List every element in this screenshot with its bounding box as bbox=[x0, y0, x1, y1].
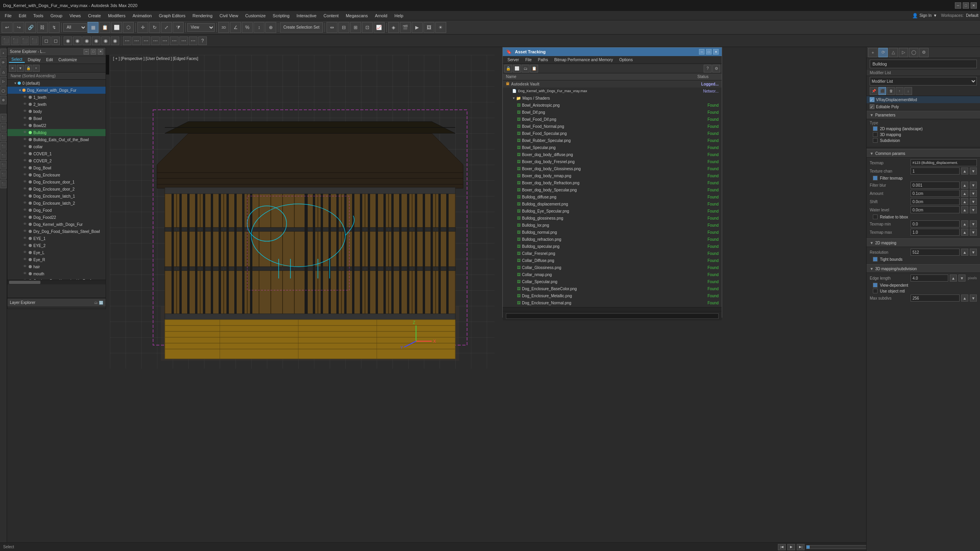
list-item[interactable]: 🏛 Autodesk Vault Logged... bbox=[503, 80, 722, 87]
list-item[interactable]: 👁 1_teeth bbox=[7, 94, 106, 101]
use-axis-constraints-button[interactable]: ⊕ bbox=[265, 22, 276, 33]
se-tb-x[interactable]: ✕ bbox=[9, 65, 16, 72]
list-item[interactable]: 🖼 Bowl_Food_Specular.png Found bbox=[503, 130, 722, 137]
menu-megascans[interactable]: Megascans bbox=[343, 13, 371, 19]
use-object-mtl-check[interactable] bbox=[873, 289, 878, 293]
list-item[interactable]: 👁 Dog_Food22 bbox=[7, 214, 106, 221]
render-setup-button[interactable]: 🎬 bbox=[400, 22, 411, 33]
at-menu-paths[interactable]: Paths bbox=[535, 57, 551, 62]
list-item[interactable]: 🖼 Boxer_dog_body_Fresnel.png Found bbox=[503, 158, 722, 165]
filter-blur-down[interactable]: ▼ bbox=[970, 182, 977, 189]
menu-customize[interactable]: Customize bbox=[242, 13, 269, 19]
list-item[interactable]: 🖼 Bulldog_displacement.png Found bbox=[503, 200, 722, 207]
scene-explorer-list[interactable]: ▼ 0 (default) ▼ Dog_Kernel_with_Dogs_Fur… bbox=[7, 80, 106, 280]
list-item[interactable]: 👁 Bulldog bbox=[7, 129, 106, 136]
menu-rendering[interactable]: Rendering bbox=[190, 13, 216, 19]
scene-explorer-minimize[interactable]: ─ bbox=[84, 49, 89, 55]
sub-btn-19[interactable]: ⋯ bbox=[179, 36, 188, 45]
edge-length-up[interactable]: ▲ bbox=[950, 275, 957, 282]
water-level-value[interactable]: 0.0cm bbox=[911, 206, 960, 213]
list-item[interactable]: 🖼 Bowl_Anisotropic.png Found bbox=[503, 102, 722, 109]
at-tb-btn1[interactable]: 🔒 bbox=[504, 65, 512, 73]
sub-btn-18[interactable]: ⋯ bbox=[170, 36, 179, 45]
menu-content[interactable]: Content bbox=[320, 13, 342, 19]
select-by-name-button[interactable]: 📋 bbox=[99, 22, 110, 33]
edge-length-value[interactable]: 4.0 bbox=[911, 275, 948, 282]
asset-tracking-minimize[interactable]: ─ bbox=[699, 49, 704, 55]
modify-panel-button[interactable]: ⟳ bbox=[0, 58, 7, 67]
scene-explorer-scrollbar[interactable] bbox=[7, 280, 106, 284]
list-item[interactable]: 🖼 Dog_Enclosure_Normal.png Found bbox=[503, 299, 722, 306]
left-btn-14[interactable]: ⬛ bbox=[0, 180, 7, 188]
list-item[interactable]: 🖼 Boxer_dog_body_Specular.png Found bbox=[503, 186, 722, 193]
list-item[interactable]: 👁 mouth bbox=[7, 270, 106, 277]
resolution-down[interactable]: ▼ bbox=[970, 249, 977, 256]
unlink-button[interactable]: ⛓ bbox=[37, 22, 48, 33]
pin-btn[interactable]: 📌 bbox=[870, 87, 878, 95]
max-subdivs-down[interactable]: ▼ bbox=[970, 295, 977, 302]
filter-blur-value[interactable]: 0.001 bbox=[911, 182, 960, 189]
sub-btn-15[interactable]: ⋯ bbox=[142, 36, 150, 45]
shift-value[interactable]: 0.0cm bbox=[911, 198, 960, 205]
type-3d-radio[interactable] bbox=[873, 132, 878, 137]
texmap-min-up[interactable]: ▲ bbox=[961, 220, 968, 227]
list-item[interactable]: 🖼 Bulldog_diffuse.png Found bbox=[503, 193, 722, 200]
list-item[interactable]: 🖼 Boxer_dog_body_diffuse.png Found bbox=[503, 151, 722, 158]
amount-up[interactable]: ▲ bbox=[961, 190, 968, 197]
modifier-editable-poly[interactable]: ✓ Editable Poly bbox=[867, 103, 980, 110]
maximize-button[interactable]: □ bbox=[963, 2, 969, 9]
at-menu-server[interactable]: Server bbox=[504, 57, 522, 62]
list-item[interactable]: 👁 Dog_Enclosure_latch_2 bbox=[7, 200, 106, 207]
active-shade-button[interactable]: ☀ bbox=[435, 22, 446, 33]
list-item[interactable]: 🖼 Collar_nmap.png Found bbox=[503, 271, 722, 278]
menu-file[interactable]: File bbox=[2, 13, 15, 19]
link-button[interactable]: 🔗 bbox=[25, 22, 36, 33]
3d-mapping-header[interactable]: ▼ 3D mapping/subdivision bbox=[867, 264, 980, 273]
sub-btn-21[interactable]: ? bbox=[198, 36, 207, 45]
at-tb-settings[interactable]: ⚙ bbox=[712, 65, 720, 73]
select-object-button[interactable]: ▦ bbox=[88, 22, 99, 33]
list-item[interactable]: 👁 Dog_Kernel_with_Dogs_Fur bbox=[7, 221, 106, 228]
list-item[interactable]: 👁 Dog_Enclosure_latch_1 bbox=[7, 193, 106, 200]
list-item[interactable]: 👁 hair bbox=[7, 263, 106, 270]
list-item[interactable]: 🖼 Bowl_Food_Dif.png Found bbox=[503, 116, 722, 123]
play-btn[interactable]: ▶ bbox=[787, 544, 795, 550]
type-2d-radio[interactable] bbox=[873, 126, 878, 131]
list-item[interactable]: 🖼 Bowl_Rubber_Specular.png Found bbox=[503, 137, 722, 144]
close-button[interactable]: ✕ bbox=[971, 2, 977, 9]
render-frame-button[interactable]: 🖼 bbox=[423, 22, 434, 33]
utilities-panel-btn[interactable]: ⚙ bbox=[919, 48, 929, 57]
left-btn-8[interactable]: ⬛ bbox=[0, 123, 7, 132]
tight-bounds-check[interactable] bbox=[873, 257, 878, 262]
edge-length-down[interactable]: ▼ bbox=[958, 275, 965, 282]
menu-civil-view[interactable]: Civil View bbox=[216, 13, 241, 19]
list-item[interactable]: 👁 body bbox=[7, 108, 106, 115]
create-selection-set-button[interactable]: Create Selection Set bbox=[280, 22, 323, 33]
menu-arnold[interactable]: Arnold bbox=[372, 13, 391, 19]
left-btn-13[interactable]: ⬛ bbox=[0, 170, 7, 179]
rect-select-button[interactable]: ⬜ bbox=[111, 22, 122, 33]
asset-tracking-maximize[interactable]: □ bbox=[706, 49, 712, 55]
list-item[interactable]: 🖼 Boxer_dog_body_Refraction.png Found bbox=[503, 179, 722, 186]
list-item[interactable]: 👁 EYE_1 bbox=[7, 235, 106, 242]
mirror-button[interactable]: ⇔ bbox=[327, 22, 338, 33]
resolution-up[interactable]: ▲ bbox=[961, 249, 968, 256]
viewport[interactable]: [ + ] [Perspective ] [User Defined ] [Ed… bbox=[110, 55, 495, 369]
left-btn-11[interactable]: ⬛ bbox=[0, 151, 7, 160]
modifier-dropdown[interactable]: Modifier List bbox=[870, 77, 977, 85]
at-menu-options[interactable]: Options bbox=[616, 57, 636, 62]
max-subdivs-value[interactable]: 256 bbox=[911, 295, 960, 302]
mod-check-poly[interactable]: ✓ bbox=[870, 104, 874, 109]
se-menu-customize[interactable]: Customize bbox=[56, 57, 79, 62]
next-frame-btn[interactable]: ▶| bbox=[797, 544, 805, 550]
rotate-button[interactable]: ↻ bbox=[149, 22, 160, 33]
menu-help[interactable]: Help bbox=[391, 13, 407, 19]
texture-chan-down[interactable]: ▼ bbox=[970, 167, 977, 175]
se-tb-lock[interactable]: 🔒 bbox=[25, 65, 32, 72]
material-editor-button[interactable]: ◈ bbox=[388, 22, 399, 33]
menu-graph-editors[interactable]: Graph Editors bbox=[156, 13, 189, 19]
list-item[interactable]: 👁 Dog_Enclosure_door_2 bbox=[7, 185, 106, 193]
common-params-header[interactable]: ▼ Common params bbox=[867, 149, 980, 158]
shift-up[interactable]: ▲ bbox=[961, 198, 968, 205]
2d-mapping-header[interactable]: ▼ 2D mapping bbox=[867, 238, 980, 247]
